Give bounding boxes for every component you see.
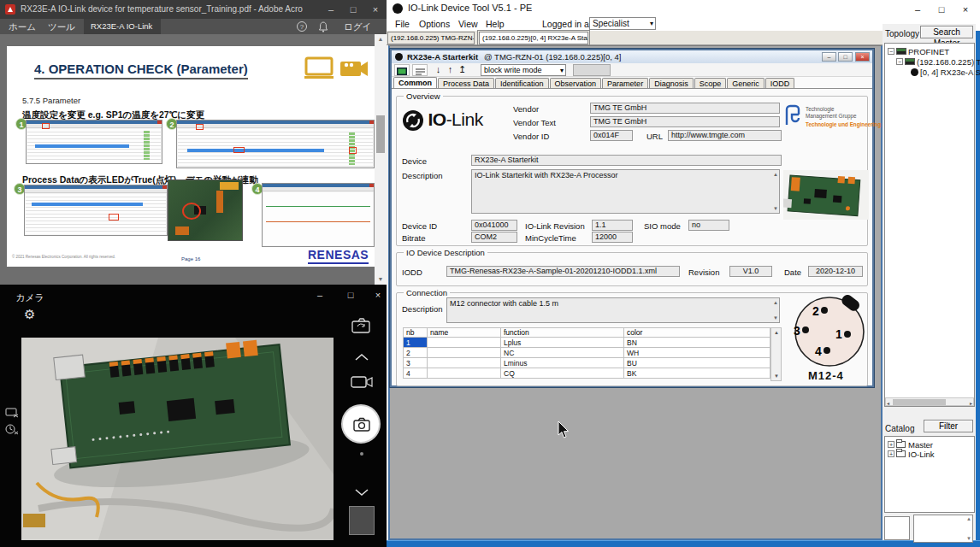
tab-diagnosis[interactable]: Diagnosis <box>649 78 694 88</box>
tab-process-data[interactable]: Process Data <box>438 78 494 88</box>
tab-tools[interactable]: ツール <box>41 19 82 34</box>
scroll-left-icon[interactable]: ◂ <box>887 400 889 406</box>
table-vscrollbar[interactable]: ▲ ▼ <box>770 327 782 381</box>
scrollbar-thumb[interactable] <box>893 399 946 405</box>
catalog-node-master[interactable]: +Master <box>888 440 933 450</box>
upload-all-arrow-button[interactable]: ↥ <box>457 63 468 77</box>
download-arrow-button[interactable]: ↓ <box>433 63 444 77</box>
sio-mode-field[interactable]: no <box>688 220 729 231</box>
menu-options[interactable]: Options <box>419 17 450 31</box>
timer-off-icon[interactable] <box>5 423 19 435</box>
child-minimize-button[interactable]: – <box>822 52 836 62</box>
scroll-down-icon[interactable]: ▼ <box>773 206 778 211</box>
tree-collapse-icon[interactable]: − <box>896 58 903 65</box>
role-select[interactable]: Specialist▾ <box>589 17 656 30</box>
chevron-up-icon[interactable] <box>354 353 369 362</box>
gallery-thumbnail-button[interactable] <box>349 506 375 535</box>
chevron-down-icon[interactable] <box>354 488 369 497</box>
doc-tab-device[interactable]: (192.168.0.225)[0, 4] RX23e-A Starterkit <box>479 32 588 44</box>
scroll-up-icon[interactable]: ▲ <box>966 516 971 521</box>
table-row[interactable]: 2 NC WH <box>404 348 770 358</box>
refresh-list-button[interactable] <box>412 64 428 76</box>
tab-document[interactable]: RX23E-A IO-Link dev... × <box>84 19 161 34</box>
tab-scope[interactable]: Scope <box>694 78 727 88</box>
upload-arrow-button[interactable]: ↑ <box>445 63 456 77</box>
write-mode-select[interactable]: block write mode▾ <box>481 64 566 76</box>
acrobat-maximize-button[interactable]: □ <box>342 0 364 19</box>
table-row[interactable]: 3 Lminus BU <box>404 358 770 368</box>
pdf-scrollbar[interactable]: ▲ ▼ <box>375 34 387 285</box>
tree-collapse-icon[interactable]: − <box>888 48 894 55</box>
hdr-off-icon[interactable] <box>5 408 19 418</box>
iodd-date-label: Date <box>784 268 801 277</box>
camera-maximize-button[interactable]: □ <box>339 286 363 303</box>
tab-parameter[interactable]: Parameter <box>602 78 648 88</box>
bitrate-field[interactable]: COM2 <box>471 232 517 243</box>
col-color[interactable]: color <box>624 328 770 338</box>
device-status-button[interactable] <box>394 64 410 76</box>
filter-button[interactable]: Filter <box>924 420 973 432</box>
device-id-field[interactable]: 0x041000 <box>471 220 517 231</box>
help-icon[interactable]: ? <box>297 21 307 32</box>
menu-file[interactable]: File <box>395 17 410 31</box>
tab-identification[interactable]: Identification <box>495 78 549 88</box>
switch-camera-icon[interactable] <box>351 317 373 336</box>
acrobat-close-button[interactable]: × <box>364 0 387 19</box>
tab-generic[interactable]: Generic <box>727 78 765 88</box>
scroll-up-icon[interactable]: ▲ <box>773 172 778 177</box>
vendor-id-field[interactable]: 0x014F <box>590 130 633 141</box>
iodd-revision-field[interactable]: V1.0 <box>729 266 772 277</box>
scroll-up-icon[interactable]: ▲ <box>774 330 779 335</box>
table-row[interactable]: 4 CQ BK <box>404 368 770 379</box>
scroll-down-icon[interactable]: ▼ <box>966 536 971 541</box>
device-field[interactable]: RX23e-A Starterkit <box>471 155 782 166</box>
connection-description-area[interactable]: M12 connector with cable 1.5 m ▲ ▼ <box>446 297 780 323</box>
scroll-down-icon[interactable]: ▼ <box>773 315 778 321</box>
iolink-close-button[interactable]: × <box>954 0 977 19</box>
login-button[interactable]: ログイン <box>337 19 387 34</box>
url-field[interactable]: http://www.tmgte.com <box>668 130 782 141</box>
tree-node-profinet[interactable]: −PROFINET <box>888 47 949 56</box>
camera-minimize-button[interactable]: – <box>308 286 332 303</box>
tab-home[interactable]: ホーム <box>2 19 43 34</box>
table-row[interactable]: 1 Lplus BN <box>404 338 770 348</box>
tree-expand-icon[interactable]: + <box>888 441 894 448</box>
device-description-area[interactable]: IO-Link Starterkit with RX23e-A Processo… <box>471 169 780 214</box>
vendor-text-field[interactable]: TMG TE GmbH <box>590 116 780 127</box>
tab-observation[interactable]: Observation <box>550 78 602 88</box>
catalog-node-iolink[interactable]: +IO-Link <box>888 450 935 459</box>
menu-view[interactable]: View <box>458 17 478 31</box>
doc-tab-master[interactable]: (192.168.0.225) TMG-RZN-01 <box>387 32 475 44</box>
child-restore-button[interactable]: □ <box>838 52 853 62</box>
bell-icon[interactable] <box>318 21 328 32</box>
iolink-revision-field[interactable]: 1.1 <box>592 220 633 231</box>
tree-expand-icon[interactable]: + <box>888 450 894 457</box>
iolink-maximize-button[interactable]: □ <box>930 0 953 19</box>
child-close-button[interactable]: × <box>855 52 870 62</box>
min-cycle-field[interactable]: 12000 <box>592 232 633 243</box>
col-name[interactable]: name <box>428 328 501 338</box>
col-function[interactable]: function <box>501 328 624 338</box>
scroll-up-icon[interactable]: ▲ <box>375 34 387 44</box>
video-mode-icon[interactable] <box>351 375 373 389</box>
camera-settings-icon[interactable]: ⚙ <box>24 307 35 322</box>
iodd-date-field[interactable]: 2020-12-10 <box>808 266 863 277</box>
shutter-button[interactable] <box>341 404 381 444</box>
scroll-up-icon[interactable]: ▲ <box>773 300 778 305</box>
menu-help[interactable]: Help <box>486 17 505 31</box>
iolink-minimize-button[interactable]: – <box>906 0 929 19</box>
col-nb[interactable]: nb <box>404 328 428 338</box>
scroll-right-icon[interactable]: ▸ <box>970 400 972 406</box>
pdf-scrollbar-thumb[interactable] <box>376 115 385 153</box>
tree-node-device[interactable]: [0, 4] RX23e-A S <box>911 68 980 77</box>
topology-hscrollbar[interactable]: ◂ ▸ <box>885 397 974 406</box>
scroll-down-icon[interactable]: ▼ <box>774 373 779 379</box>
iodd-file-field[interactable]: TMG-Renesas-RX23e-A-Sample-01-20201210-I… <box>446 266 680 277</box>
tab-common[interactable]: Common <box>393 77 437 88</box>
tab-iodd[interactable]: IODD <box>765 78 795 88</box>
vendor-field[interactable]: TMG TE GmbH <box>590 103 780 114</box>
search-master-button[interactable]: Search Master <box>920 26 973 38</box>
scroll-down-icon[interactable]: ▼ <box>375 274 387 285</box>
tree-node-master[interactable]: −(192.168.0.225) TMG- <box>896 57 980 67</box>
acrobat-minimize-button[interactable]: – <box>320 0 342 19</box>
